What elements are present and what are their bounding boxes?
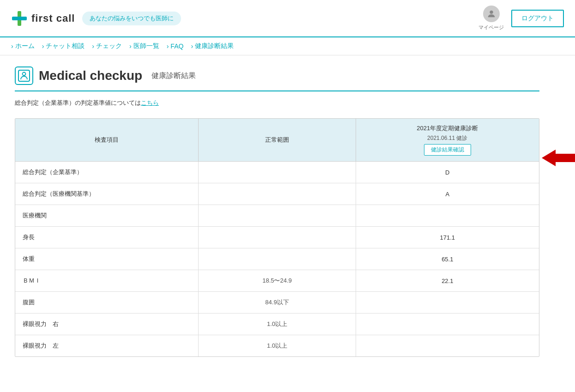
cell-exam: 裸眼視力 右	[15, 314, 199, 335]
cell-exam: 医療機関	[15, 205, 199, 227]
cell-exam: ＢＭＩ	[15, 270, 199, 292]
cell-range: 1.0以上	[199, 335, 356, 357]
table-row: 腹囲84.9以下	[15, 292, 539, 314]
navigation: › ホーム › チャット相談 › チェック › 医師一覧 › FAQ › 健康診…	[0, 37, 575, 55]
cell-exam: 腹囲	[15, 292, 199, 314]
nav-label-doctor: 医師一覧	[133, 42, 159, 50]
logo-icon	[11, 10, 28, 27]
cell-range	[199, 248, 356, 270]
table-row: 身長171.1	[15, 227, 539, 248]
cell-value	[356, 314, 539, 335]
cell-exam: 総合判定（企業基準）	[15, 162, 199, 183]
cell-value: D	[356, 162, 539, 183]
cell-value: 65.1	[356, 248, 539, 270]
main-content: Medical checkup 健康診断結果 総合判定（企業基準）の判定基準値に…	[0, 55, 554, 369]
cell-value: 171.1	[356, 227, 539, 248]
header: first call あなたの悩みをいつでも医師に マイページ ログアウト	[0, 0, 575, 37]
col-header-result: 2021年度定期健康診断 2021.06.11 健診 健診結果確認	[356, 119, 539, 162]
svg-point-2	[490, 11, 493, 14]
nav-label-chat: チャット相談	[46, 42, 85, 50]
col-header-exam: 検査項目	[15, 119, 199, 162]
table-row: 裸眼視力 左1.0以上	[15, 335, 539, 357]
svg-rect-1	[12, 17, 27, 20]
page-title-ja: 健康診断結果	[151, 71, 196, 81]
nav-item-faq[interactable]: › FAQ	[167, 42, 184, 50]
mypage-label: マイページ	[478, 24, 504, 31]
checkup-table: 検査項目 正常範囲 2021年度定期健康診断 2021.06.11 健診 健診結…	[15, 119, 539, 356]
cell-value	[356, 292, 539, 314]
nav-label-check: チェック	[96, 42, 122, 50]
nav-chevron-doctor: ›	[129, 42, 132, 50]
cell-range	[199, 205, 356, 227]
nav-chevron-chat: ›	[42, 42, 44, 50]
cell-range: 18.5〜24.9	[199, 270, 356, 292]
mypage-button[interactable]: マイページ	[478, 6, 504, 31]
page-title-area: Medical checkup 健康診断結果	[15, 66, 539, 91]
table-row: ＢＭＩ18.5〜24.922.1	[15, 270, 539, 292]
logout-button[interactable]: ログアウト	[511, 10, 564, 27]
tagline: あなたの悩みをいつでも医師に	[82, 12, 181, 25]
svg-point-4	[23, 72, 26, 76]
nav-chevron-faq: ›	[167, 42, 169, 50]
nav-item-home[interactable]: › ホーム	[11, 42, 35, 50]
cell-exam: 身長	[15, 227, 199, 248]
cell-range	[199, 227, 356, 248]
cell-value	[356, 335, 539, 357]
arrow-annotation	[542, 150, 575, 166]
nav-item-chat[interactable]: › チャット相談	[42, 42, 85, 50]
cell-exam: 総合判定（医療機関基準）	[15, 183, 199, 205]
nav-item-doctor[interactable]: › 医師一覧	[129, 42, 159, 50]
arrow-head	[542, 150, 556, 166]
logo-text: first call	[31, 12, 75, 24]
header-right: マイページ ログアウト	[478, 6, 564, 31]
table-section: 検査項目 正常範囲 2021年度定期健康診断 2021.06.11 健診 健診結…	[15, 118, 539, 357]
medical-icon	[15, 66, 33, 85]
cell-range	[199, 162, 356, 183]
nav-chevron-home: ›	[11, 42, 13, 50]
table-body: 総合判定（企業基準）D総合判定（医療機関基準）A医療機関身長171.1体重65.…	[15, 162, 539, 357]
nav-chevron-check: ›	[92, 42, 94, 50]
nav-item-check[interactable]: › チェック	[92, 42, 122, 50]
nav-label-health: 健康診断結果	[195, 42, 234, 50]
info-link[interactable]: こちら	[141, 99, 159, 106]
result-date: 2021.06.11 健診	[427, 134, 467, 142]
table-container: 検査項目 正常範囲 2021年度定期健康診断 2021.06.11 健診 健診結…	[15, 118, 539, 357]
cell-value: A	[356, 183, 539, 205]
table-row: 裸眼視力 右1.0以上	[15, 314, 539, 335]
page-title-en: Medical checkup	[39, 68, 142, 83]
table-row: 総合判定（医療機関基準）A	[15, 183, 539, 205]
result-link[interactable]: 健診結果確認	[424, 144, 471, 156]
table-row: 医療機関	[15, 205, 539, 227]
header-left: first call あなたの悩みをいつでも医師に	[11, 10, 181, 27]
cell-range: 84.9以下	[199, 292, 356, 314]
medical-checkup-icon	[18, 69, 30, 82]
table-row: 総合判定（企業基準）D	[15, 162, 539, 183]
info-text-prefix: 総合判定（企業基準）の判定基準値については	[15, 99, 141, 106]
cell-exam: 体重	[15, 248, 199, 270]
logo-area: first call	[11, 10, 75, 27]
arrow-body	[556, 154, 575, 162]
table-row: 体重65.1	[15, 248, 539, 270]
info-text: 総合判定（企業基準）の判定基準値についてはこちら	[15, 99, 539, 107]
nav-item-health[interactable]: › 健康診断結果	[191, 42, 234, 50]
avatar	[483, 6, 500, 22]
result-title: 2021年度定期健康診断	[417, 124, 478, 133]
col-header-range: 正常範囲	[199, 119, 356, 162]
nav-label-home: ホーム	[15, 42, 35, 50]
nav-chevron-health: ›	[191, 42, 193, 50]
nav-label-faq: FAQ	[170, 42, 183, 50]
cell-range: 1.0以上	[199, 314, 356, 335]
user-icon	[486, 9, 496, 19]
cell-value: 22.1	[356, 270, 539, 292]
cell-range	[199, 183, 356, 205]
cell-value	[356, 205, 539, 227]
col-result-inner: 2021年度定期健康診断 2021.06.11 健診 健診結果確認	[363, 124, 532, 156]
cell-exam: 裸眼視力 左	[15, 335, 199, 357]
